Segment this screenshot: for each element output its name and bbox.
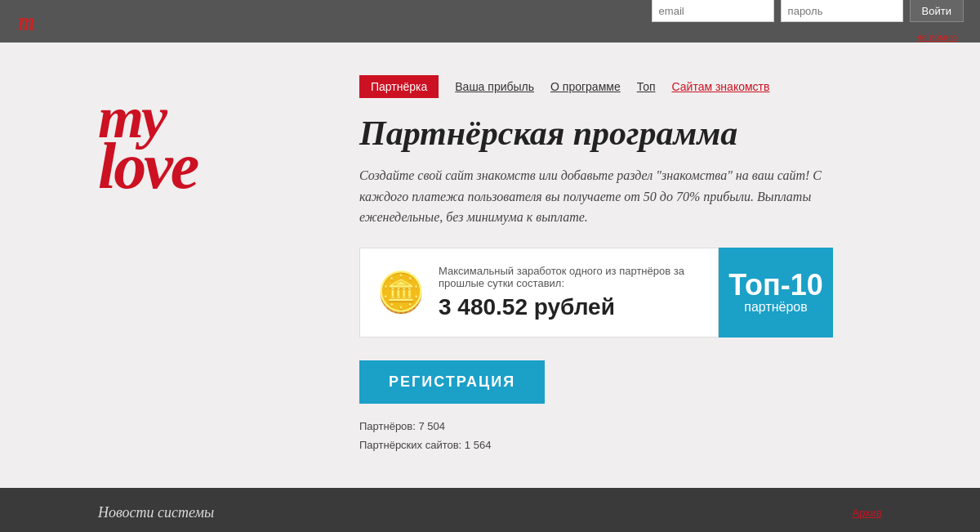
top-10-box[interactable]: Топ-10 партнёров bbox=[719, 248, 833, 338]
top-box-title: Топ-10 bbox=[728, 270, 823, 300]
brand-logo-section: my love bbox=[98, 75, 327, 195]
stats-box: 🪙 Максимальный заработок одного из партн… bbox=[359, 248, 719, 338]
stats-footer: Партнёров: 7 504 Партнёрских сайтов: 1 5… bbox=[359, 417, 882, 455]
page-title: Партнёрская программа bbox=[359, 114, 882, 152]
header: m Войти не помню bbox=[0, 0, 980, 42]
register-button[interactable]: РЕГИСТРАЦИЯ bbox=[359, 360, 545, 404]
header-logo: m bbox=[16, 7, 37, 37]
partners-count: Партнёров: 7 504 bbox=[359, 417, 882, 436]
stats-label: Максимальный заработок одного из партнёр… bbox=[439, 265, 702, 289]
partner-sites-count: Партнёрских сайтов: 1 564 bbox=[359, 436, 882, 454]
email-input[interactable] bbox=[652, 0, 774, 22]
description-text: Создайте свой сайт знакомств или добавьт… bbox=[359, 165, 833, 228]
tab-dating-sites[interactable]: Сайтам знакомств bbox=[672, 80, 770, 93]
tab-top[interactable]: Топ bbox=[637, 80, 656, 93]
coin-icon: 🪙 bbox=[376, 273, 425, 312]
stats-text: Максимальный заработок одного из партнёр… bbox=[439, 265, 702, 320]
news-title: Новости системы bbox=[98, 504, 214, 521]
forgot-link[interactable]: не помню bbox=[917, 32, 957, 42]
logo-love-text: love bbox=[98, 136, 327, 195]
news-section: Новости системы Архив 03.12.2012 Тариф 7… bbox=[0, 488, 980, 532]
tab-about[interactable]: О программе bbox=[550, 80, 621, 93]
nav-tabs: Партнёрка Ваша прибыль О программе Топ С… bbox=[359, 75, 882, 98]
login-button[interactable]: Войти bbox=[910, 0, 964, 22]
mylove-logo: my love bbox=[98, 92, 327, 195]
password-input[interactable] bbox=[781, 0, 903, 22]
auth-inputs: Войти bbox=[652, 0, 964, 22]
main-content: my love Партнёрка Ваша прибыль О програм… bbox=[0, 42, 980, 488]
top-box-subtitle: партнёров bbox=[744, 300, 807, 315]
header-auth: Войти не помню bbox=[652, 0, 964, 43]
stats-container: 🪙 Максимальный заработок одного из партн… bbox=[359, 248, 833, 338]
tab-partnyor[interactable]: Партнёрка bbox=[359, 75, 439, 98]
stats-amount: 3 480.52 рублей bbox=[439, 294, 702, 320]
tab-profit[interactable]: Ваша прибыль bbox=[455, 80, 534, 93]
news-archive-link[interactable]: Архив bbox=[853, 507, 882, 519]
news-header: Новости системы Архив bbox=[98, 504, 882, 521]
right-section: Партнёрка Ваша прибыль О программе Топ С… bbox=[359, 75, 882, 455]
logo-icon: m bbox=[18, 7, 34, 37]
